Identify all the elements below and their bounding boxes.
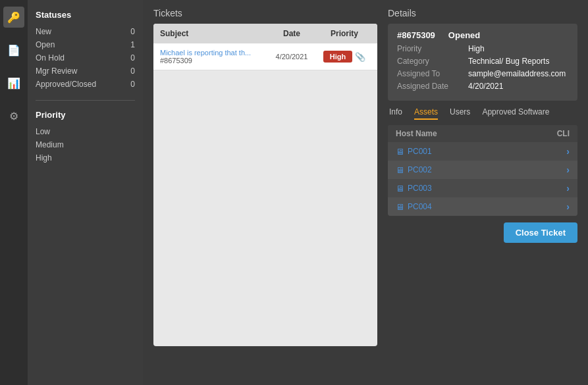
ticket-row[interactable]: Michael is reporting that th... #8675309…	[153, 43, 377, 70]
status-approved-closed[interactable]: Approved/Closed 0	[36, 78, 135, 91]
monitor-icon-pc004: 🖥	[396, 202, 404, 212]
status-new-label: New	[36, 27, 51, 36]
chevron-icon-pc001: ›	[566, 146, 570, 157]
tickets-panel-title: Tickets	[153, 8, 377, 18]
details-priority-row: Priority High	[397, 44, 568, 53]
asset-row-pc002[interactable]: 🖥 PC002 ›	[388, 161, 577, 179]
statuses-title: Statuses	[36, 10, 135, 20]
assigned-to-label: Assigned To	[397, 69, 463, 78]
close-ticket-row: Close Ticket	[388, 222, 577, 243]
details-panel: Details #8675309 Opened Priority High Ca…	[388, 8, 577, 377]
monitor-icon-pc002: 🖥	[396, 165, 404, 175]
status-new-count: 0	[130, 27, 135, 36]
status-mgr-review-count: 0	[130, 66, 135, 76]
status-open-count: 1	[130, 40, 135, 49]
priority-title: Priority	[36, 110, 135, 120]
priority-badge: High	[323, 51, 352, 63]
status-mgr-review[interactable]: Mgr Review 0	[36, 64, 135, 78]
details-ticket-id: #8675309	[397, 30, 435, 40]
details-assigned-date-row: Assigned Date 4/20/2021	[397, 82, 568, 91]
left-sidebar: Statuses New 0 Open 1 On Hold 0 Mgr Revi…	[28, 0, 143, 385]
priority-medium[interactable]: Medium	[36, 138, 135, 151]
chevron-icon-pc002: ›	[566, 165, 570, 175]
asset-name-pc004: 🖥 PC004	[396, 202, 432, 212]
status-approved-closed-count: 0	[130, 80, 135, 89]
priority-low-label: Low	[36, 127, 50, 136]
status-open-label: Open	[36, 40, 55, 49]
col-subject: Subject	[160, 29, 265, 38]
details-assigned-to-row: Assigned To sample@emailaddress.com	[397, 69, 568, 78]
details-opened-label: Opened	[448, 30, 480, 40]
asset-row-pc004[interactable]: 🖥 PC004 ›	[388, 197, 577, 216]
tab-info[interactable]: Info	[389, 107, 402, 120]
priority-low[interactable]: Low	[36, 125, 135, 138]
details-category-row: Category Technical/ Bug Reports	[397, 57, 568, 66]
details-info: #8675309 Opened Priority High Category T…	[388, 24, 577, 101]
panels-row: Tickets Subject Date Priority Michael is…	[153, 8, 577, 377]
status-approved-closed-label: Approved/Closed	[36, 80, 96, 89]
priority-high[interactable]: High	[36, 151, 135, 165]
close-ticket-button[interactable]: Close Ticket	[504, 222, 577, 243]
main-content: Tickets Subject Date Priority Michael is…	[143, 0, 588, 385]
document-icon[interactable]: 📄	[3, 39, 24, 61]
monitor-icon-pc001: 🖥	[396, 147, 404, 157]
assets-table: Host Name CLI 🖥 PC001 › 🖥 PC002 ›	[388, 125, 577, 216]
ticket-date: 4/20/2021	[265, 53, 318, 61]
tab-approved-software[interactable]: Approved Software	[482, 107, 549, 120]
chevron-icon-pc004: ›	[566, 201, 570, 212]
tickets-table: Subject Date Priority Michael is reporti…	[153, 24, 377, 346]
sidebar-divider	[36, 100, 135, 101]
assigned-to-value: sample@emailaddress.com	[468, 69, 566, 78]
category-label: Category	[397, 57, 463, 66]
tab-users[interactable]: Users	[450, 107, 470, 120]
tickets-panel: Tickets Subject Date Priority Michael is…	[153, 8, 377, 377]
priority-medium-label: Medium	[36, 140, 64, 149]
ticket-subject-col: Michael is reporting that th... #8675309	[160, 49, 265, 64]
details-tabs: Info Assets Users Approved Software	[388, 107, 577, 120]
status-on-hold-label: On Hold	[36, 53, 65, 63]
ticket-id: #8675309	[160, 57, 265, 64]
priority-label: Priority	[397, 44, 463, 53]
assigned-date-value: 4/20/2021	[468, 82, 503, 91]
settings-icon[interactable]: ⚙	[3, 105, 24, 126]
inbox-icon[interactable]: 🔑	[3, 7, 24, 28]
chart-icon[interactable]: 📊	[3, 72, 24, 93]
status-on-hold[interactable]: On Hold 0	[36, 51, 135, 64]
icon-sidebar: 🔑 📄 📊 ⚙	[0, 0, 28, 385]
status-on-hold-count: 0	[130, 53, 135, 63]
status-new[interactable]: New 0	[36, 25, 135, 38]
tickets-table-header: Subject Date Priority	[153, 24, 377, 43]
asset-row-pc001[interactable]: 🖥 PC001 ›	[388, 142, 577, 161]
col-cli: CLI	[557, 129, 570, 138]
details-header: #8675309 Opened	[397, 30, 568, 40]
ticket-priority-col: High 📎	[318, 51, 371, 63]
category-value: Technical/ Bug Reports	[468, 57, 549, 66]
asset-row-pc003[interactable]: 🖥 PC003 ›	[388, 179, 577, 197]
col-host-name: Host Name	[396, 129, 437, 138]
asset-name-pc002: 🖥 PC002	[396, 165, 432, 175]
status-open[interactable]: Open 1	[36, 38, 135, 51]
col-date: Date	[265, 29, 318, 38]
priority-value: High	[468, 44, 485, 53]
asset-name-pc003: 🖥 PC003	[396, 184, 432, 193]
tab-assets[interactable]: Assets	[414, 107, 438, 120]
monitor-icon-pc003: 🖥	[396, 184, 404, 193]
ticket-subject-text: Michael is reporting that th...	[160, 49, 265, 57]
details-panel-title: Details	[388, 8, 577, 18]
chevron-icon-pc003: ›	[566, 183, 570, 193]
asset-name-pc001: 🖥 PC001	[396, 147, 432, 157]
assets-table-header: Host Name CLI	[388, 125, 577, 142]
attachment-icon: 📎	[355, 52, 365, 62]
priority-high-label: High	[36, 153, 52, 163]
assigned-date-label: Assigned Date	[397, 82, 463, 91]
status-mgr-review-label: Mgr Review	[36, 66, 77, 76]
col-priority: Priority	[318, 29, 371, 38]
